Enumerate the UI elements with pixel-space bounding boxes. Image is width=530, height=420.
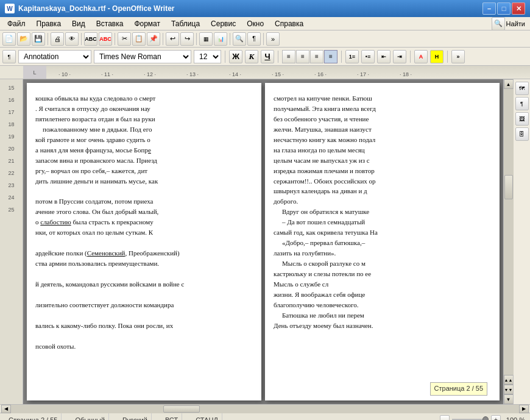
italic-button[interactable]: К [245, 50, 258, 63]
style-select[interactable]: Annotation [18, 50, 91, 63]
zoom-thumb[interactable] [482, 416, 489, 421]
preview-button[interactable]: 👁 [65, 32, 79, 46]
print-button[interactable]: 🖨 [51, 32, 64, 46]
scroll-thumb[interactable] [504, 175, 513, 199]
gallery-icon[interactable]: 🖼 [515, 112, 529, 126]
text-line-l7: ргу,– ворчал он про себя,– кажется, дит [35, 166, 253, 176]
copy-button[interactable]: 📋 [132, 32, 146, 46]
menu-edit[interactable]: Правка [32, 18, 66, 29]
menu-insert[interactable]: Вставка [91, 18, 129, 29]
document-scroll-area[interactable]: кошка обвыкла вы куда следовало о смерт … [23, 79, 503, 404]
list-bullet-button[interactable]: •≡ [361, 50, 375, 63]
indent-dec-button[interactable]: ⇤ [377, 50, 390, 63]
scroll-up-button[interactable]: ▲ [504, 79, 514, 89]
find-icon[interactable]: 🔍 [492, 17, 505, 30]
close-button[interactable]: ✕ [512, 2, 525, 15]
format-sep3 [341, 51, 342, 63]
text-line-r16: Мысль о скорой разлуке со м [274, 259, 491, 269]
zoom-out-button[interactable]: – [440, 415, 450, 421]
text-line-r1: получаемый. Эта книга имела всегд [274, 104, 491, 114]
underline-button[interactable]: Ч [261, 50, 274, 63]
navigator-icon[interactable]: 🗺 [515, 82, 529, 95]
find-bar: 🔍 Найти [492, 17, 528, 30]
align-left-button[interactable]: ≡ [282, 50, 295, 63]
h-scroll-thumb[interactable] [163, 405, 200, 413]
menu-file[interactable]: Файл [2, 18, 30, 29]
spellcheck-button[interactable]: ABC [84, 32, 97, 46]
horizontal-scrollbar-area: ◀ ▶ [0, 404, 530, 413]
text-line-r18: Мысль о службе сл [274, 280, 491, 290]
menu-table[interactable]: Таблица [166, 18, 205, 29]
align-justify-button[interactable]: ≡ [324, 50, 337, 63]
more-format-button[interactable]: » [451, 50, 465, 63]
scroll-track[interactable] [504, 89, 514, 375]
undo-button[interactable]: ↩ [166, 32, 179, 46]
text-line-r5: на глаза иногда по целым месяц [274, 146, 491, 155]
align-center-button[interactable]: ≡ [296, 50, 309, 63]
list-num-button[interactable]: 1≡ [345, 50, 359, 63]
cut-button[interactable]: ✂ [118, 32, 131, 46]
status-style: Обычный [71, 413, 109, 420]
text-line-l23 [35, 332, 253, 341]
font-select[interactable]: Times New Roman [94, 50, 191, 63]
zoom-in-button[interactable]: + [491, 415, 501, 421]
status-page: Страница 2 / 55 [5, 413, 62, 420]
redo-button[interactable]: ↪ [180, 32, 194, 46]
sep6 [230, 33, 230, 45]
menu-view[interactable]: Вид [67, 18, 90, 29]
title-bar-controls[interactable]: – □ ✕ [482, 2, 525, 15]
vertical-scrollbar[interactable]: ▲ ▲▲ ▼▼ ▼ [503, 79, 513, 404]
text-line-r2: без особенного участия, и чтение [274, 115, 491, 124]
highlight-button[interactable]: H [430, 50, 443, 63]
text-line-l11: ачение этого слова. Он был добрый малый, [35, 207, 253, 217]
ruler-mark-11: · 11 · [101, 71, 113, 77]
scroll-down-button[interactable]: ▼ [504, 394, 514, 404]
ruler-mark-15: · 15 · [272, 71, 284, 77]
chart-button[interactable]: 📊 [214, 32, 227, 46]
text-line-r9: швырнул календарь на диван и д [274, 187, 491, 196]
text-line-l6: запасом вина и прованского масла. Приезд [35, 156, 253, 166]
open-button[interactable]: 📂 [17, 32, 30, 46]
maximize-button[interactable]: □ [497, 2, 511, 15]
find-toolbar-button[interactable]: 🔍 [233, 32, 246, 46]
menu-help[interactable]: Справка [270, 18, 308, 29]
text-line-l13: нки, от которых охал по целым суткам. К [35, 228, 253, 238]
menu-window[interactable]: Окно [242, 18, 269, 29]
text-line-l9 [35, 187, 253, 196]
bold-button[interactable]: Ж [229, 50, 242, 63]
sep5 [196, 33, 197, 45]
h-scroll-track[interactable] [11, 405, 519, 413]
document-page-left[interactable]: кошка обвыкла вы куда следовало о смерт … [27, 83, 261, 400]
ruler-mark-18: · 18 · [400, 71, 412, 77]
autocorrect-button[interactable]: ABC [99, 32, 112, 46]
style-icon[interactable]: ¶ [2, 50, 16, 63]
ruler-content: · 10 · · 11 · · 12 · · 13 · · 14 · · 15 … [46, 66, 530, 79]
more-button[interactable]: » [266, 32, 280, 46]
align-right-button[interactable]: ≡ [310, 50, 323, 63]
paste-button[interactable]: 📌 [147, 32, 160, 46]
scroll-right-button[interactable]: ▶ [519, 405, 529, 413]
text-line-r13: самый год, как окривела тетушка На [274, 228, 491, 238]
text-line-l14 [35, 238, 253, 248]
document-pages: кошка обвыкла вы куда следовало о смерт … [23, 79, 503, 404]
size-select[interactable]: 12 [194, 50, 221, 63]
text-line-l19 [35, 290, 253, 300]
indent-inc-button[interactable]: ⇥ [393, 50, 406, 63]
minimize-button[interactable]: – [482, 2, 496, 15]
scroll-left-button[interactable]: ◀ [1, 405, 11, 413]
datasources-icon[interactable]: 🗄 [515, 127, 529, 141]
menu-format[interactable]: Формат [129, 18, 165, 29]
save-button[interactable]: 💾 [32, 32, 45, 46]
table-button[interactable]: ▦ [199, 32, 213, 46]
ruler-mark-17: · 17 · [357, 71, 369, 77]
format-bar: ¶ Annotation Times New Roman 12 Ж К Ч ≡ … [0, 48, 530, 66]
nonprint-button[interactable]: ¶ [247, 32, 261, 46]
menu-tools[interactable]: Сервис [206, 18, 241, 29]
scroll-page-down[interactable]: ▼▼ [504, 385, 514, 394]
text-line-r20: благополучию человеческого. [274, 301, 491, 310]
styles-icon[interactable]: ¶ [515, 97, 529, 110]
font-color-button[interactable]: A [414, 50, 428, 63]
scroll-page-up[interactable]: ▲▲ [504, 375, 514, 385]
new-button[interactable]: 📄 [2, 32, 16, 46]
document-page-right[interactable]: смотрел на кипучие пенки. Батюш получаем… [265, 83, 500, 400]
